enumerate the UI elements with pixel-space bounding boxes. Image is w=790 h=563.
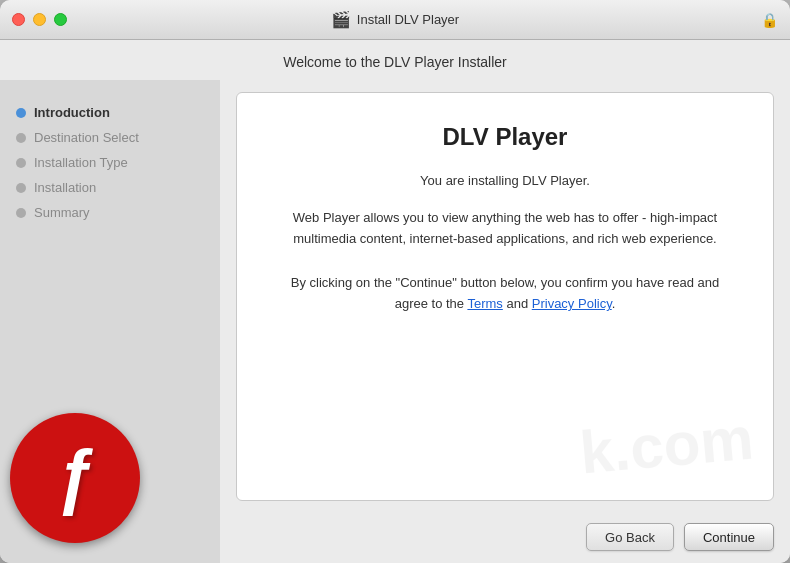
sidebar-bullet-installation-type — [16, 158, 26, 168]
flash-f-letter: ƒ — [55, 440, 95, 512]
sidebar-item-installation[interactable]: Installation — [0, 175, 220, 200]
content-box: k.com DLV Player You are installing DLV … — [236, 92, 774, 501]
agreement-text: By clicking on the "Continue" button bel… — [277, 273, 733, 315]
window-title-area: 🎬 Install DLV Player — [331, 10, 459, 29]
main-content: k.com DLV Player You are installing DLV … — [220, 80, 790, 513]
sidebar-bullet-introduction — [16, 108, 26, 118]
sidebar-label-summary: Summary — [34, 205, 90, 220]
lock-icon: 🔒 — [761, 12, 778, 28]
sidebar-label-installation-type: Installation Type — [34, 155, 128, 170]
go-back-button[interactable]: Go Back — [586, 523, 674, 551]
titlebar: 🎬 Install DLV Player 🔒 — [0, 0, 790, 40]
sidebar-bullet-summary — [16, 208, 26, 218]
privacy-policy-link[interactable]: Privacy Policy — [532, 296, 612, 311]
close-button[interactable] — [12, 13, 25, 26]
agreement-suffix: . — [612, 296, 616, 311]
installer-header: Welcome to the DLV Player Installer — [0, 40, 790, 80]
agreement-middle: and — [503, 296, 532, 311]
flash-logo: ƒ — [10, 413, 140, 543]
minimize-button[interactable] — [33, 13, 46, 26]
window-title: Install DLV Player — [357, 12, 459, 27]
footer: Go Back Continue — [220, 513, 790, 563]
sidebar-label-installation: Installation — [34, 180, 96, 195]
main-body: Introduction Destination Select Installa… — [0, 80, 790, 563]
content-wrapper: k.com DLV Player You are installing DLV … — [220, 80, 790, 563]
sidebar-item-destination[interactable]: Destination Select — [0, 125, 220, 150]
sidebar-label-destination: Destination Select — [34, 130, 139, 145]
traffic-lights — [12, 13, 67, 26]
intro-text: You are installing DLV Player. — [420, 171, 590, 192]
sidebar-item-introduction[interactable]: Introduction — [0, 100, 220, 125]
sidebar-item-summary[interactable]: Summary — [0, 200, 220, 225]
flash-circle: ƒ — [10, 413, 140, 543]
sidebar-bullet-installation — [16, 183, 26, 193]
sidebar: Introduction Destination Select Installa… — [0, 80, 220, 563]
sidebar-label-introduction: Introduction — [34, 105, 110, 120]
content-watermark: k.com — [577, 404, 756, 488]
terms-link[interactable]: Terms — [467, 296, 502, 311]
sidebar-bullet-destination — [16, 133, 26, 143]
installer-window: 🎬 Install DLV Player 🔒 Welcome to the DL… — [0, 0, 790, 563]
description-text: Web Player allows you to view anything t… — [277, 208, 733, 250]
header-text: Welcome to the DLV Player Installer — [283, 54, 507, 70]
app-icon: 🎬 — [331, 10, 351, 29]
product-title: DLV Player — [443, 123, 568, 151]
zoom-button[interactable] — [54, 13, 67, 26]
sidebar-item-installation-type[interactable]: Installation Type — [0, 150, 220, 175]
continue-button[interactable]: Continue — [684, 523, 774, 551]
